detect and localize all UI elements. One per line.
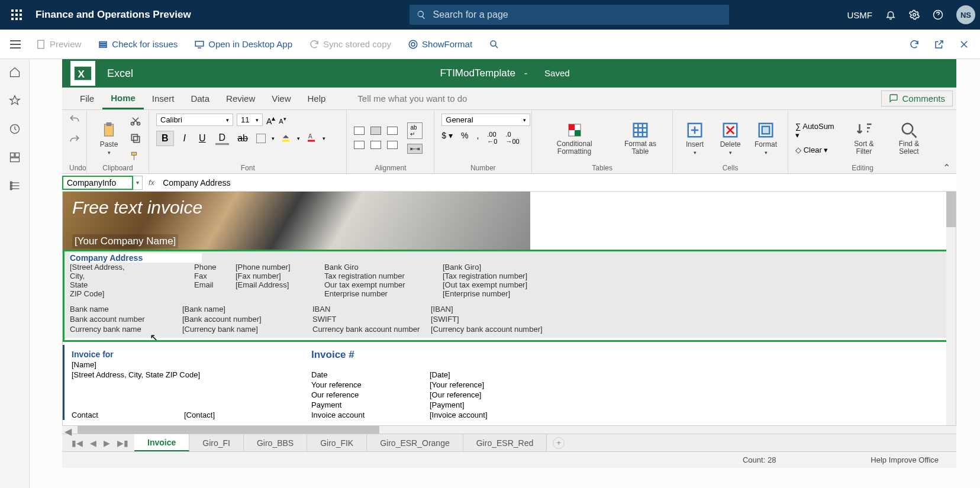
bold-icon[interactable]: B [156,131,174,146]
popout-icon[interactable] [934,39,944,50]
notifications-icon[interactable] [885,9,896,20]
sync-stored-button[interactable]: Sync stored copy [301,39,399,50]
currency-icon[interactable]: $ ▾ [441,131,453,145]
svg-rect-18 [195,41,204,46]
percent-icon[interactable]: % [461,131,468,145]
app-launcher[interactable] [5,3,28,27]
underline-icon[interactable]: U [195,131,209,146]
refresh-icon[interactable] [909,39,920,50]
double-underline-icon[interactable]: D [215,132,230,145]
align-top-right[interactable] [387,127,398,135]
sheet-nav-last[interactable]: ▶▮ [117,438,128,448]
sort-filter-button[interactable]: Sort & Filter [846,121,882,156]
wrap-text-icon[interactable]: ab↵ [407,122,423,139]
increase-decimal-icon[interactable]: .00←0 [487,131,497,145]
company-code[interactable]: USMF [847,10,873,20]
font-size-select[interactable]: 11▾ [237,114,263,126]
align-top-center[interactable] [370,127,381,135]
conditional-formatting-button[interactable]: Conditional Formatting [539,121,610,156]
find-select-button[interactable]: Find & Select [888,121,930,156]
cut-icon[interactable] [130,115,141,127]
svg-rect-46 [282,140,289,142]
tab-review[interactable]: Review [218,88,263,109]
tell-me-input[interactable]: Tell me what you want to do [357,93,467,104]
fx-icon[interactable]: fx [149,178,154,187]
horizontal-scrollbar[interactable]: ◀ [62,425,956,434]
format-as-table-button[interactable]: Format as Table [615,121,665,156]
number-format-select[interactable]: General▾ [441,114,530,126]
align-mid-center[interactable] [370,141,381,149]
font-color-icon[interactable]: A [306,132,317,145]
format-painter-icon[interactable] [130,150,141,162]
template-hero: Free text invoice [Your Company Name] [63,192,530,251]
app-title: Finance and Operations Preview [36,9,191,21]
shrink-font-icon[interactable]: A▾ [279,115,286,125]
modules-icon[interactable] [9,180,21,192]
formula-bar-input[interactable]: Company Address [160,178,956,188]
strikethrough-icon[interactable]: ab [235,131,250,146]
decrease-decimal-icon[interactable]: .0→00 [505,131,519,145]
redo-icon[interactable] [69,134,80,146]
sheet-nav-next[interactable]: ▶ [104,438,110,448]
svg-rect-48 [308,140,315,142]
sheet-tab-giro-esr-orange[interactable]: Giro_ESR_Orange [367,434,463,451]
font-name-select[interactable]: Calibri▾ [156,114,233,126]
check-issues-button[interactable]: Check for issues [89,39,186,50]
sheet-nav-prev[interactable]: ◀ [90,438,96,448]
format-cells-button[interactable]: Format▾ [751,121,781,156]
vertical-scrollbar[interactable] [946,192,956,425]
fill-color-icon[interactable] [281,132,291,145]
italic-icon[interactable]: I [180,131,189,146]
name-box-dropdown[interactable]: ▾ [133,176,143,190]
excel-app-name: Excel [107,67,133,80]
undo-icon[interactable] [69,114,80,125]
recent-icon[interactable] [9,123,21,135]
home-icon[interactable] [9,66,21,78]
add-sheet-button[interactable]: + [553,437,565,449]
search-icon-toolbar[interactable] [481,39,508,50]
tab-view[interactable]: View [263,88,299,109]
tab-help[interactable]: Help [299,88,334,109]
show-format-button[interactable]: ShowFormat [399,39,481,50]
copy-icon[interactable] [130,132,141,144]
name-box[interactable]: CompanyInfo [62,176,133,190]
svg-text:A: A [308,132,312,140]
insert-cells-button[interactable]: Insert▾ [680,121,710,156]
preview-button[interactable]: Preview [27,39,89,50]
sheet-nav-first[interactable]: ▮◀ [72,438,83,448]
tab-data[interactable]: Data [182,88,218,109]
tab-file[interactable]: File [72,88,102,109]
search-input[interactable]: Search for a page [410,5,729,25]
workspaces-icon[interactable] [9,151,21,163]
comma-icon[interactable]: , [476,131,479,145]
clear-button[interactable]: ◇ Clear ▾ [795,146,840,154]
sheet-tab-invoice[interactable]: Invoice [134,434,189,451]
delete-cells-button[interactable]: Delete▾ [715,121,745,156]
user-avatar[interactable]: NS [956,5,975,24]
sheet-tab-giro-fi[interactable]: Giro_FI [189,434,244,451]
align-top-left[interactable] [354,127,365,135]
help-icon[interactable] [933,9,943,20]
sheet-tab-giro-fik[interactable]: Giro_FIK [307,434,367,451]
grow-font-icon[interactable]: A▴ [266,114,275,126]
sheet-tab-giro-esr-red[interactable]: Giro_ESR_Red [463,434,547,451]
nav-toggle[interactable] [4,33,27,56]
sheet-tab-giro-bbs[interactable]: Giro_BBS [244,434,307,451]
favorites-icon[interactable] [9,95,21,106]
tab-home[interactable]: Home [102,88,144,109]
align-mid-right[interactable] [387,141,398,149]
paste-button[interactable]: Paste▾ [94,121,124,156]
close-icon[interactable] [959,39,969,50]
merge-icon[interactable]: ⇤⇥ [407,144,423,154]
help-improve-link[interactable]: Help Improve Office [871,455,939,464]
settings-icon[interactable] [909,9,920,20]
align-mid-left[interactable] [354,141,365,149]
collapse-ribbon-icon[interactable]: ⌃ [937,110,956,173]
svg-rect-27 [10,153,14,157]
open-desktop-button[interactable]: Open in Desktop App [186,39,301,50]
border-icon[interactable] [256,134,266,143]
tab-insert[interactable]: Insert [144,88,183,109]
autosum-button[interactable]: ∑ AutoSum ▾ [795,122,840,140]
svg-rect-28 [15,153,19,157]
comments-button[interactable]: Comments [881,91,953,106]
